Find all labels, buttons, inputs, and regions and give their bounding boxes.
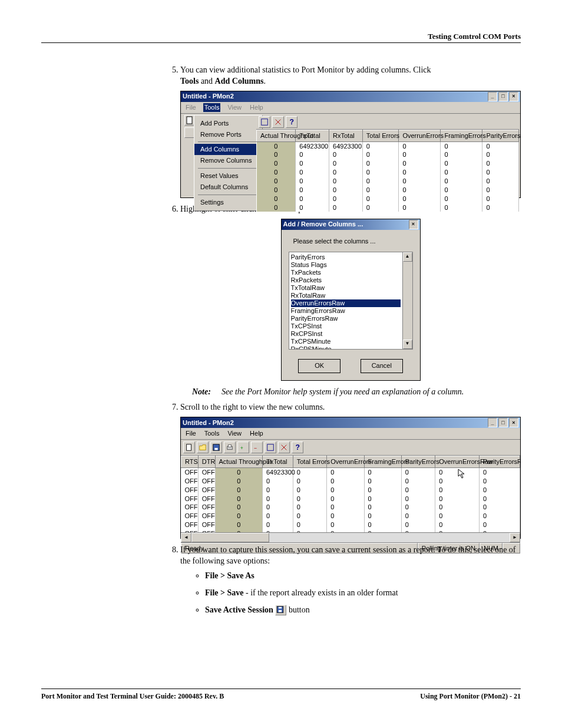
scroll-thumb[interactable] [191, 533, 269, 542]
list-item[interactable]: TxCPSInst [291, 322, 401, 330]
list-item[interactable]: RxPackets [291, 276, 401, 284]
table-row[interactable]: 0000000 [257, 168, 519, 177]
list-item[interactable]: TxCPSMinute [291, 338, 401, 345]
stats-grid: Actual Throughput TxTotal RxTotal Total … [256, 130, 519, 212]
add-port-icon[interactable]: + [237, 442, 249, 453]
menu-settings[interactable]: Settings [194, 197, 262, 208]
table-row[interactable]: 0000000 [257, 177, 519, 186]
new-icon[interactable] [183, 442, 195, 453]
table-row[interactable]: OFFOFF064923300000000 [181, 467, 520, 476]
list-item[interactable]: RxCPSInst [291, 330, 401, 338]
menu-add-ports[interactable]: Add Ports [194, 118, 262, 129]
help-icon[interactable]: ? [292, 442, 303, 453]
col-actual-throughput[interactable]: Actual Throughput [257, 130, 296, 141]
menu-reset-values[interactable]: Reset Values [194, 170, 262, 182]
toolbar-icon-a[interactable] [265, 442, 276, 453]
menu-default-columns[interactable]: Default Columns [194, 182, 262, 193]
cancel-button[interactable]: Cancel [361, 359, 403, 373]
close-icon[interactable]: × [509, 418, 518, 427]
step-6: Highlight or shift-click to add multiple… [180, 204, 521, 398]
open-icon[interactable] [197, 442, 209, 453]
col-actual-throughput[interactable]: Actual Throughput [215, 456, 263, 468]
menu-add-columns[interactable]: Add Columns [194, 144, 262, 155]
scroll-up-icon[interactable]: ▲ [403, 252, 412, 262]
list-item[interactable]: RxCPSMinute [291, 345, 401, 350]
window-title: Untitled - PMon2 [183, 419, 234, 427]
table-row[interactable]: 0000000 [257, 150, 519, 159]
dialog-title: Add / Remove Columns ... [283, 220, 363, 229]
minimize-icon[interactable]: _ [488, 418, 497, 427]
col-overrun-errors-raw[interactable]: OverrunErrorsRaw [435, 456, 480, 468]
menu-remove-columns[interactable]: Remove Columns [194, 155, 262, 166]
col-parity-errors[interactable]: ParityErrors [482, 130, 519, 141]
table-row[interactable]: 064923300649233000000 [257, 141, 519, 150]
close-icon[interactable]: × [509, 92, 518, 101]
footer-rule [41, 689, 521, 689]
menu-view[interactable]: View [226, 103, 243, 112]
col-overrun-errors[interactable]: OverrunErrors [399, 130, 441, 141]
horizontal-scrollbar[interactable]: ◄ ► [181, 532, 520, 542]
note-block: Note: See the Port Monitor help system i… [192, 387, 521, 398]
col-overrun-errors[interactable]: OverrunErrors [327, 456, 364, 468]
list-item[interactable]: FramingErrorsRaw [291, 307, 401, 315]
toolbar-icon-2[interactable] [272, 116, 284, 128]
table-row[interactable]: OFFOFF00000000 [181, 477, 520, 486]
table-row[interactable]: OFFOFF00000000 [181, 529, 520, 532]
list-item[interactable]: TxPackets [291, 269, 401, 276]
col-framing-errors[interactable]: FramingErrors [441, 130, 482, 141]
table-row[interactable]: 0000000 [257, 186, 519, 195]
svg-text:?: ? [290, 118, 294, 126]
col-txtotal[interactable]: TxTotal [296, 130, 329, 141]
menu-file[interactable]: File [184, 103, 197, 112]
table-row[interactable]: OFFOFF00000000 [181, 486, 520, 495]
list-item[interactable]: RxTotalRaw [291, 292, 401, 299]
print-icon[interactable] [224, 442, 236, 453]
col-framing-errors[interactable]: FramingErrors [364, 456, 401, 468]
list-item[interactable]: ParityErrors [291, 253, 401, 261]
help-icon[interactable]: ? [286, 116, 297, 128]
menu-tools[interactable]: Tools [203, 429, 221, 438]
toolbar-icon-1[interactable] [259, 116, 270, 128]
scroll-right-icon[interactable]: ► [510, 533, 520, 542]
table-row[interactable]: OFFOFF00000000 [181, 495, 520, 503]
close-icon[interactable]: × [409, 220, 418, 229]
list-item[interactable]: Status Flags [291, 261, 401, 269]
table-row[interactable]: 0000000 [257, 203, 519, 212]
col-txtotal[interactable]: TxTotal [263, 456, 293, 468]
list-item[interactable]: OverrunErrorsRaw [291, 299, 401, 307]
toolbar-icon-b[interactable] [278, 442, 290, 453]
remove-port-icon[interactable]: − [251, 442, 263, 453]
menu-remove-ports[interactable]: Remove Ports [194, 129, 262, 140]
list-item[interactable]: ParityErrorsRaw [291, 315, 401, 322]
col-parity-errors[interactable]: ParityErrors [401, 456, 435, 468]
scroll-down-icon[interactable]: ▼ [403, 340, 412, 349]
list-item[interactable]: TxTotalRaw [291, 284, 401, 292]
ok-button[interactable]: OK [298, 359, 340, 373]
table-row[interactable]: OFFOFF00000000 [181, 503, 520, 512]
stats-grid: RTS DTR Actual Throughput TxTotal Total … [181, 456, 520, 532]
col-rts[interactable]: RTS [181, 456, 199, 468]
col-rxtotal[interactable]: RxTotal [329, 130, 363, 141]
table-row[interactable]: 0000000 [257, 159, 519, 168]
scroll-left-icon[interactable]: ◄ [181, 533, 191, 542]
table-row[interactable]: 0000000 [257, 195, 519, 203]
col-parity-errors-raw[interactable]: ParityErrorsRaw [480, 456, 520, 468]
maximize-icon[interactable]: □ [498, 92, 508, 101]
table-row[interactable]: OFFOFF00000000 [181, 512, 520, 521]
col-total-errors[interactable]: Total Errors [293, 456, 327, 468]
col-total-errors[interactable]: Total Errors [362, 130, 399, 141]
col-dtr[interactable]: DTR [198, 456, 215, 468]
maximize-icon[interactable]: □ [498, 418, 508, 427]
grid-header-row: RTS DTR Actual Throughput TxTotal Total … [181, 456, 520, 468]
menu-help[interactable]: Help [249, 429, 265, 438]
menu-view[interactable]: View [226, 429, 243, 438]
menu-help[interactable]: Help [249, 103, 265, 112]
add-remove-columns-dialog: Add / Remove Columns ... × Please select… [281, 219, 421, 381]
minimize-icon[interactable]: _ [488, 92, 497, 101]
listbox-scrollbar[interactable]: ▲ ▼ [403, 252, 413, 350]
menu-tools[interactable]: Tools [203, 103, 221, 112]
menu-file[interactable]: File [184, 429, 197, 438]
table-row[interactable]: OFFOFF00000000 [181, 521, 520, 529]
columns-listbox[interactable]: ParityErrorsStatus FlagsTxPacketsRxPacke… [289, 252, 403, 350]
save-icon[interactable] [210, 442, 222, 453]
